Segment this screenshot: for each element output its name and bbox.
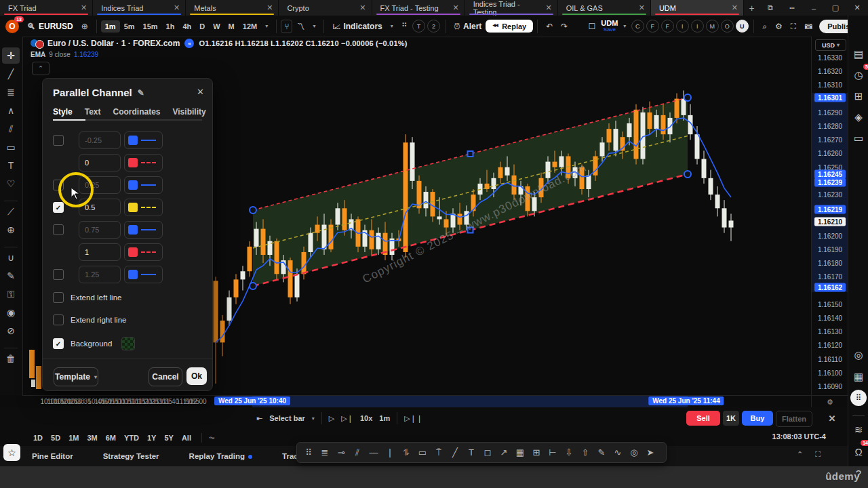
cursor-icon[interactable]: ➤ — [643, 445, 658, 460]
tab-close-icon[interactable]: ✕ — [546, 3, 552, 12]
fullscreen-icon[interactable]: ⛶ — [787, 22, 800, 31]
timeframe-D[interactable]: D — [195, 20, 209, 33]
fib-lines-icon[interactable]: ≣ — [317, 445, 332, 460]
emoji-tool[interactable]: ♡ — [2, 176, 20, 192]
layout-shortcut-c-0[interactable]: C — [631, 20, 644, 33]
chart-legend[interactable]: Euro / U.S. Dollar · 1 · FOREX.com « O1.… — [31, 39, 408, 48]
range-1d[interactable]: 1D — [30, 432, 46, 443]
undo-button[interactable]: ↶ — [542, 22, 557, 31]
save-label[interactable]: Save — [604, 26, 616, 33]
candle-style-button[interactable]: ⑂ — [281, 20, 292, 33]
channel-anchor-handle[interactable] — [250, 207, 256, 214]
favorites-star-button[interactable]: ☆ — [3, 444, 20, 461]
snapshot-camera-icon[interactable]: 📷︎ — [800, 22, 816, 31]
price-axis[interactable]: 1.163301.163201.163101.162901.162801.162… — [811, 37, 848, 395]
tab-close-icon[interactable]: ✕ — [452, 3, 458, 12]
flat-channel-icon[interactable]: ⥮ — [399, 445, 414, 460]
legend-collapse-button[interactable]: ⌃ — [32, 62, 50, 75]
level-checkbox-0.75[interactable] — [53, 224, 64, 235]
select-bar-button[interactable]: Select bar — [269, 414, 305, 422]
tab-close-icon[interactable]: ✕ — [639, 3, 645, 12]
timeframe-1h[interactable]: 1h — [162, 20, 179, 33]
lock-drawings-tool[interactable]: ⚿ — [2, 286, 20, 302]
tab-close-icon[interactable]: ✕ — [267, 3, 273, 12]
apps-grid-icon[interactable]: ⠿ — [850, 390, 867, 406]
magnet-tool[interactable]: ∪ — [2, 249, 20, 266]
vertical-line-icon[interactable]: ❘ — [382, 445, 397, 460]
layers-icon[interactable]: ◈ — [850, 108, 867, 126]
interval-label[interactable]: 1m — [379, 414, 390, 422]
ok-button[interactable]: Ok — [186, 367, 207, 385]
browser-tab-fx-triad[interactable]: FX Triad✕ — [0, 0, 93, 16]
add-symbol-button[interactable]: ⊕ — [77, 22, 92, 31]
layout-shortcut-m-5[interactable]: M — [706, 20, 719, 33]
minimize-icon[interactable]: – — [803, 0, 825, 16]
symbol-search-button[interactable]: 🔍︎EURUSD — [23, 22, 77, 31]
timeframe-1m[interactable]: 1m — [101, 20, 120, 33]
timeframe-15m[interactable]: 15m — [139, 20, 162, 33]
line-style-button[interactable] — [124, 154, 163, 171]
extend-right-row[interactable]: Extend right line — [53, 314, 126, 325]
dialog-tab-visibility[interactable]: Visibility — [173, 107, 206, 117]
rectangle-icon[interactable]: ▭ — [415, 445, 430, 460]
alerts-clock-icon[interactable]: ◷5 — [850, 66, 867, 84]
channel-mid-handle[interactable] — [468, 151, 473, 157]
dialog-tab-coordinates[interactable]: Coordinates — [113, 107, 160, 117]
line-style-button[interactable] — [124, 221, 163, 239]
hide-drawings-tool[interactable]: ◉ — [2, 304, 20, 321]
bottom-tab-pine-editor[interactable]: Pine Editor — [32, 452, 73, 460]
text-tool[interactable]: T — [2, 157, 20, 174]
dialog-close-icon[interactable]: ✕ — [197, 87, 204, 97]
remove-drawings-tool[interactable]: 🗑 — [2, 350, 20, 367]
level-value-input[interactable]: -0.25 — [79, 131, 121, 149]
gear-icon[interactable]: ⚙ — [827, 398, 833, 407]
timeframe-menu-caret[interactable]: ▾ — [261, 23, 272, 29]
close-icon[interactable]: ✕ — [846, 0, 868, 16]
flatten-button[interactable]: Flatten — [776, 411, 812, 427]
channel-anchor-handle[interactable] — [684, 171, 691, 178]
layout-shortcut-o-6[interactable]: O — [721, 20, 734, 33]
timeframe-W[interactable]: W — [209, 20, 224, 33]
layout-circle-2[interactable]: 2 — [427, 20, 440, 33]
close-trade-panel-icon[interactable]: ✕ — [825, 411, 840, 426]
channel-anchor-handle[interactable] — [250, 283, 256, 289]
layout-circle-t[interactable]: T — [412, 20, 425, 33]
circle-icon[interactable]: ◎ — [627, 445, 642, 460]
calendar-icon[interactable]: ▦ — [850, 368, 867, 386]
watchlist-icon[interactable]: ▤ — [850, 45, 867, 63]
target-icon[interactable]: ◎ — [850, 346, 867, 364]
level-value-input[interactable]: 0.75 — [79, 221, 121, 239]
chart-type-caret[interactable]: ▾ — [309, 23, 319, 29]
signal-icon[interactable]: ≋ — [850, 421, 867, 439]
bottom-tab-replay-trading[interactable]: Replay Trading — [189, 452, 252, 460]
color-swatch[interactable] — [128, 180, 138, 190]
browser-tab-udm[interactable]: UDM✕ — [651, 0, 744, 16]
xabcd-pattern-tool[interactable]: ∧ — [2, 102, 20, 119]
zoom-in-tool[interactable]: ⊕ — [2, 222, 20, 238]
color-swatch[interactable] — [128, 247, 138, 257]
bars-pattern-icon[interactable]: ⊢ — [545, 445, 560, 460]
horizontal-line-icon[interactable]: ⊸ — [334, 445, 349, 460]
color-swatch[interactable] — [128, 270, 138, 279]
level-value-input[interactable]: 1 — [79, 243, 121, 261]
range-all[interactable]: All — [178, 432, 195, 443]
chat-icon[interactable]: ▭ — [850, 129, 867, 147]
browser-tab-crypto[interactable]: Crypto✕ — [279, 0, 372, 16]
layout-grid-button[interactable]: ⠛ — [397, 22, 412, 31]
dialog-tab-text[interactable]: Text — [85, 107, 101, 117]
select-bar-caret[interactable]: ▾ — [312, 415, 315, 422]
browser-tab-indices-triad-testing[interactable]: Indices Triad - Testing✕ — [465, 0, 558, 16]
line-style-button[interactable] — [124, 266, 163, 283]
replay-button[interactable]: ⏪︎Replay — [486, 20, 533, 33]
level-checkbox--0.25[interactable] — [53, 135, 64, 146]
grid-plus-icon[interactable]: ⊞ — [529, 445, 544, 460]
dialog-tab-style[interactable]: Style — [53, 107, 73, 117]
maximize-icon[interactable]: ▢ — [825, 0, 846, 16]
text-icon[interactable]: T — [464, 445, 479, 460]
extend-right-checkbox[interactable] — [53, 314, 64, 325]
layout-shortcut-f-1[interactable]: F — [646, 20, 659, 33]
more-icon[interactable]: ••• — [781, 0, 803, 16]
crosshair-tool[interactable]: ✛ — [2, 47, 20, 64]
range-1y[interactable]: 1Y — [144, 432, 159, 443]
browser-tab-oil-gas[interactable]: OIL & GAS✕ — [558, 0, 651, 16]
